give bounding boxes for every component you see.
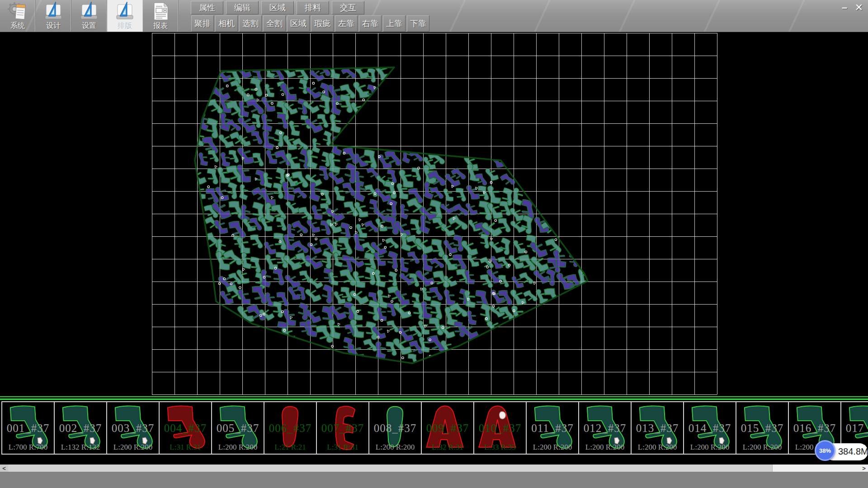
launcher-item-report[interactable]: 报表 [143, 0, 179, 32]
piece-shape-boot [580, 403, 630, 453]
badge-percent-text: 38% [819, 447, 831, 454]
piece-shape-column [265, 403, 316, 453]
titlebar: 系统 设计 [0, 0, 868, 32]
badge-size-text: 384.8M [838, 446, 868, 457]
thumbnail-cell[interactable]: 005_#37L:200 R:200 [211, 401, 264, 455]
piece-shape-boot [527, 403, 578, 453]
thumbnail-cell[interactable]: 007_#37L:31 R:31 [316, 401, 369, 455]
launcher-item-system[interactable]: 系统 [0, 0, 36, 32]
thumbnail-cell[interactable]: 014_#37L:200 R:200 [683, 401, 736, 455]
thumbnail-cell[interactable]: 010_#37L:33 R:33 [473, 401, 527, 455]
tool-button-2[interactable]: 选割 [239, 15, 262, 32]
thumbnail-cell[interactable]: 003_#37L:200 R:200 [106, 401, 160, 455]
piece-shape-column [370, 403, 420, 453]
piece-shape-boot [160, 403, 211, 453]
piece-thumbnails: 001_#37L:700 R:700002_#37L:132 R:132003_… [1, 401, 868, 455]
piece-shape-boot [212, 403, 263, 453]
menu-item-3[interactable]: 排料 [297, 1, 329, 14]
launcher-item-label: 设置 [82, 22, 96, 30]
set-square-icon [79, 1, 99, 22]
menu-item-2[interactable]: 区域 [261, 1, 294, 14]
piece-shape-boot [108, 403, 158, 453]
thumbnail-cell[interactable]: 009_#37L:32 R:31 [421, 401, 474, 455]
report-doc-icon [151, 1, 170, 22]
tool-button-3[interactable]: 全割 [263, 15, 286, 32]
application-window: 系统 设计 [0, 0, 868, 488]
tool-button-4[interactable]: 区域 [287, 15, 310, 32]
tool-button-5[interactable]: 瑕疵 [311, 15, 334, 32]
set-square-icon [43, 1, 63, 22]
scroll-left-icon[interactable]: < [0, 465, 8, 472]
tool-bar: 聚排相机选割全割区域瑕疵左靠右靠上靠下靠 [191, 15, 429, 32]
strip-divider-line [0, 396, 868, 397]
thumbnail-cell[interactable]: 006_#37L:21 R:21 [264, 401, 317, 455]
launcher-item-label: 设计 [46, 22, 61, 30]
launcher-item-design[interactable]: 设计 [36, 0, 71, 32]
progress-badge[interactable]: 384.8M 38% [815, 440, 868, 464]
set-square-icon [115, 1, 135, 22]
thumbnail-cell[interactable]: 002_#37L:132 R:132 [54, 401, 107, 455]
thumbnail-cell[interactable]: 015_#37L:200 R:200 [736, 401, 789, 455]
piece-shape-ashape [475, 403, 525, 453]
window-controls: – ✕ [838, 2, 865, 14]
thumbnail-cell[interactable]: 004_#37L:31 R:31 [159, 401, 212, 455]
scroll-right-icon[interactable]: > [860, 465, 868, 472]
menu-item-1[interactable]: 编辑 [226, 1, 259, 14]
thumbnail-cell[interactable]: 001_#37L:700 R:700 [1, 401, 55, 455]
minimize-button[interactable]: – [838, 2, 851, 14]
tool-button-7[interactable]: 右靠 [359, 15, 382, 32]
tool-button-0[interactable]: 聚排 [191, 15, 214, 32]
strip-divider-line [0, 399, 868, 400]
menu-item-4[interactable]: 交互 [332, 1, 364, 14]
close-button[interactable]: ✕ [853, 2, 865, 14]
launcher-item-settings[interactable]: 设置 [71, 0, 107, 32]
piece-shape-cshape [317, 403, 368, 453]
scrollbar-thumb[interactable] [8, 465, 773, 472]
piece-shape-boot [3, 403, 53, 453]
piece-shape-ashape [422, 403, 473, 453]
status-bar [0, 472, 868, 488]
menu-item-0[interactable]: 属性 [191, 1, 223, 14]
launcher-item-layout[interactable]: 排版 [107, 0, 143, 32]
launcher-item-label: 报表 [153, 22, 168, 30]
piece-shape-boot [737, 403, 788, 453]
launcher-item-label: 排版 [118, 22, 132, 30]
thumbnail-cell[interactable]: 012_#37L:200 R:200 [578, 401, 632, 455]
piece-shape-boot [632, 403, 683, 453]
thumbnail-cell[interactable]: 011_#37L:200 R:200 [526, 401, 579, 455]
gear-notepad-icon [8, 1, 28, 22]
thumbnail-cell[interactable]: 013_#37L:200 R:200 [631, 401, 684, 455]
tool-button-8[interactable]: 上靠 [383, 15, 406, 32]
tool-button-6[interactable]: 左靠 [335, 15, 358, 32]
launcher-item-label: 系统 [10, 22, 25, 30]
badge-percent-circle: 38% [815, 440, 835, 461]
launcher-bar: 系统 设计 [0, 0, 179, 32]
tool-button-9[interactable]: 下靠 [407, 15, 429, 32]
strip-scrollbar[interactable]: < > [0, 465, 868, 472]
tool-button-1[interactable]: 相机 [215, 15, 238, 32]
piece-shape-boot [684, 403, 735, 453]
piece-shape-boot [55, 403, 106, 453]
thumbnail-cell[interactable]: 008_#37L:200 R:200 [368, 401, 422, 455]
menu-bar: 属性编辑区域排料交互 [191, 1, 364, 14]
piece-strip: 001_#37L:700 R:700002_#37L:132 R:132003_… [0, 396, 868, 455]
